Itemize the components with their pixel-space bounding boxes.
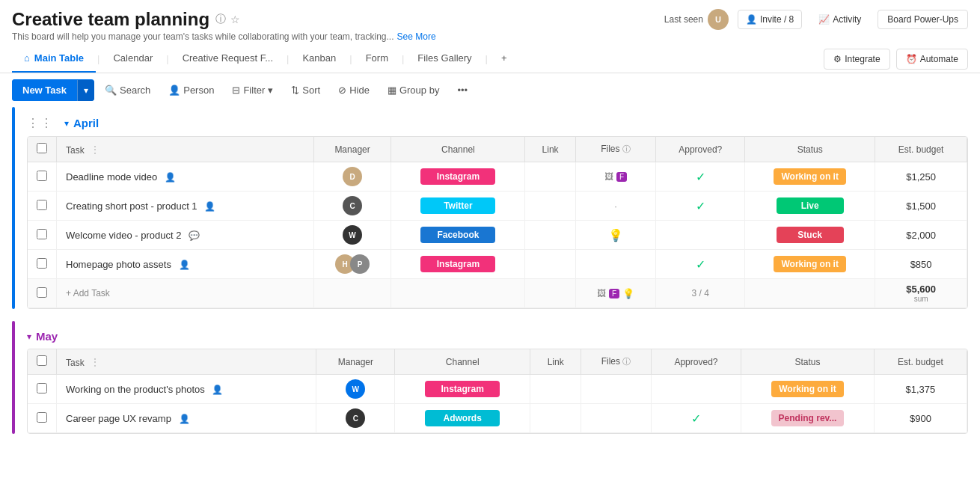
subtitle: This board will help you manage your tea…	[12, 31, 436, 42]
person-icon: 👤	[168, 85, 180, 96]
footer-light-icon: 💡	[622, 288, 634, 299]
tab-creative-request[interactable]: Creative Request F...	[171, 45, 285, 73]
powerups-button[interactable]: Board Power-Ups	[878, 10, 968, 29]
more-options-button[interactable]: •••	[450, 80, 475, 100]
new-task-arrow-button[interactable]: ▾	[77, 80, 94, 101]
toolbar: New Task ▾ 🔍 Search 👤 Person ⊟ Filter ▾ …	[0, 73, 980, 107]
select-all-checkbox-april[interactable]	[37, 143, 47, 153]
col-approved-april: Approved?	[656, 137, 745, 162]
row-checkbox[interactable]	[37, 383, 47, 393]
cell-approved	[651, 375, 741, 404]
tab-form[interactable]: Form	[354, 45, 400, 73]
star-icon-button[interactable]: ☆	[230, 13, 240, 25]
info-icon-button[interactable]: ⓘ	[215, 13, 226, 26]
sort-button[interactable]: ⇅ Sort	[284, 80, 328, 100]
table-header-row-may: Task ⋮ Manager Channel Link Files ⓘ Appr…	[28, 349, 967, 375]
col-link-april: Link	[525, 137, 575, 162]
manager-avatars: D	[323, 167, 382, 186]
cell-budget: $1,500	[875, 192, 967, 221]
integrate-button[interactable]: ⚙ Integrate	[824, 49, 889, 70]
tab-files-gallery[interactable]: Files Gallery	[405, 45, 483, 73]
status-badge: Working on it	[771, 381, 843, 397]
col-channel-may: Channel	[395, 349, 530, 375]
content: ⋮⋮ ▾ April Task ⋮ Manager Channel Link F…	[0, 107, 980, 434]
cell-channel: Instagram	[391, 162, 525, 192]
home-icon: ⌂	[24, 52, 30, 64]
row-checkbox[interactable]	[37, 171, 47, 181]
task-person-icon: 👤	[179, 414, 190, 424]
footer-channel-cell	[391, 279, 525, 308]
cell-manager: D	[313, 162, 391, 192]
footer-checkbox[interactable]	[37, 287, 47, 298]
sort-icon: ⇅	[291, 85, 299, 96]
row-checkbox[interactable]	[37, 258, 47, 269]
invite-button[interactable]: 👤 Invite / 8	[738, 10, 802, 29]
filter-icon: ⊟	[232, 85, 240, 96]
row-checkbox[interactable]	[37, 229, 47, 239]
title-row: Creative team planning ⓘ ☆	[12, 9, 436, 30]
more-dots-icon: •••	[457, 85, 468, 96]
integrate-icon: ⚙	[833, 54, 842, 64]
table-row: Homepage photo assets 👤 H P Instagram	[28, 250, 967, 279]
cell-manager: C	[313, 192, 391, 221]
files-cell: 🖼 F	[585, 171, 647, 182]
footer-approved-cell: 3 / 4	[656, 279, 745, 308]
channel-badge: Instagram	[425, 381, 500, 397]
manager-avatars: W	[325, 379, 385, 399]
cell-manager: H P	[313, 250, 391, 279]
nav-separator-3: |	[285, 53, 290, 64]
nav-tabs: ⌂ Main Table | Calendar | Creative Reque…	[0, 45, 980, 73]
cell-link	[525, 162, 575, 192]
cell-approved: ✓	[656, 162, 745, 192]
approved-check-icon: ✓	[691, 412, 701, 425]
tab-kanban[interactable]: Kanban	[290, 45, 348, 73]
cell-task-name: Homepage photo assets 👤	[57, 250, 314, 279]
hide-button[interactable]: ⊘ Hide	[331, 80, 377, 100]
task-col-dots-may: ⋮	[90, 356, 100, 368]
cell-link	[530, 375, 581, 404]
cell-manager: W	[316, 375, 395, 404]
tab-calendar[interactable]: Calendar	[101, 45, 165, 73]
channel-badge: Instagram	[420, 168, 495, 185]
automate-button[interactable]: ⏰ Automate	[896, 49, 968, 70]
add-task-cell[interactable]: + Add Task	[57, 279, 314, 308]
files-light-icon: 💡	[608, 229, 623, 242]
person-button[interactable]: 👤 Person	[161, 80, 221, 100]
data-table-may: Task ⋮ Manager Channel Link Files ⓘ Appr…	[28, 349, 967, 433]
new-task-main-button[interactable]: New Task	[12, 79, 77, 101]
cell-status: Stuck	[745, 221, 875, 250]
task-person-icon: 👤	[212, 385, 223, 395]
group-header-may: ▾ May	[21, 321, 968, 349]
tab-add[interactable]: +	[489, 45, 519, 73]
row-checkbox[interactable]	[37, 200, 47, 210]
search-button[interactable]: 🔍 Search	[97, 80, 158, 100]
cell-budget: $1,375	[874, 375, 967, 404]
group-title-may: May	[36, 330, 58, 343]
group-april: ⋮⋮ ▾ April Task ⋮ Manager Channel Link F…	[12, 107, 968, 309]
cell-channel: Instagram	[395, 375, 530, 404]
group-drag-dots[interactable]: ⋮⋮	[27, 116, 54, 130]
last-seen: Last seen U	[664, 9, 729, 30]
select-all-checkbox-may[interactable]	[37, 355, 47, 366]
task-col-dots: ⋮	[90, 144, 100, 156]
cell-approved: ✓	[656, 192, 745, 221]
cell-checkbox	[28, 162, 57, 192]
group-by-button[interactable]: ▦ Group by	[380, 80, 447, 100]
group-collapse-icon-may[interactable]: ▾	[27, 331, 31, 342]
cell-approved: ✓	[651, 404, 741, 433]
cell-status: Live	[745, 192, 875, 221]
row-checkbox[interactable]	[37, 412, 47, 423]
table-header-row-april: Task ⋮ Manager Channel Link Files ⓘ Appr…	[28, 137, 967, 162]
filter-button[interactable]: ⊟ Filter ▾	[224, 80, 281, 100]
activity-button[interactable]: 📈 Activity	[811, 10, 869, 28]
automate-icon: ⏰	[906, 54, 917, 64]
cell-checkbox	[28, 192, 57, 221]
channel-badge: Facebook	[420, 227, 495, 243]
channel-badge: Twitter	[420, 197, 495, 214]
cell-manager: C	[316, 404, 395, 433]
cell-files	[575, 250, 656, 279]
see-more-link[interactable]: See More	[397, 31, 436, 42]
group-collapse-icon[interactable]: ▾	[64, 118, 69, 129]
footer-files-icons: 🖼 F 💡	[585, 288, 647, 299]
tab-main-table[interactable]: ⌂ Main Table	[12, 45, 96, 73]
